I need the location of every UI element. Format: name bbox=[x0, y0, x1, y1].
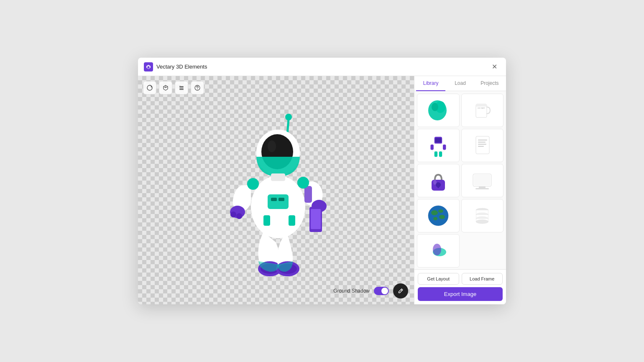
main-dialog: Vectary 3D Elements ✕ bbox=[138, 58, 506, 304]
export-image-button[interactable]: Export Image bbox=[418, 287, 503, 301]
get-layout-button[interactable]: Get Layout bbox=[418, 273, 459, 285]
svg-rect-4 bbox=[179, 86, 181, 87]
cube-tool-button[interactable] bbox=[159, 81, 172, 94]
svg-point-61 bbox=[439, 215, 445, 219]
svg-rect-55 bbox=[474, 175, 491, 186]
svg-point-60 bbox=[438, 209, 443, 213]
svg-rect-21 bbox=[304, 186, 312, 203]
library-item[interactable]: VECTARY bbox=[461, 94, 504, 127]
svg-rect-49 bbox=[478, 146, 484, 147]
library-item[interactable] bbox=[417, 129, 460, 162]
svg-rect-29 bbox=[271, 173, 285, 181]
svg-point-20 bbox=[236, 213, 242, 219]
library-item[interactable] bbox=[417, 234, 460, 268]
load-frame-button[interactable]: Load Frame bbox=[462, 273, 503, 285]
svg-rect-39 bbox=[435, 138, 442, 143]
svg-rect-56 bbox=[479, 186, 486, 188]
svg-rect-41 bbox=[431, 145, 434, 150]
layers-tool-button[interactable] bbox=[175, 81, 188, 94]
library-item[interactable] bbox=[461, 164, 504, 197]
svg-text:VECTARY: VECTARY bbox=[478, 107, 486, 109]
svg-rect-46 bbox=[478, 140, 487, 140]
svg-point-6 bbox=[197, 89, 198, 89]
dialog-body: Ground Shadow Library Load Projects bbox=[138, 76, 506, 304]
3d-viewport[interactable] bbox=[138, 76, 414, 304]
svg-rect-43 bbox=[434, 151, 437, 157]
svg-rect-13 bbox=[268, 194, 289, 209]
svg-point-30 bbox=[247, 178, 259, 190]
ground-shadow-toggle[interactable] bbox=[374, 287, 389, 295]
title-bar: Vectary 3D Elements ✕ bbox=[138, 58, 506, 76]
svg-rect-17 bbox=[289, 215, 295, 226]
library-item[interactable] bbox=[417, 94, 460, 127]
close-button[interactable]: ✕ bbox=[488, 61, 500, 73]
svg-rect-3 bbox=[179, 89, 184, 90]
svg-rect-42 bbox=[443, 145, 446, 150]
canvas-panel: Ground Shadow bbox=[138, 76, 414, 304]
svg-rect-16 bbox=[263, 215, 270, 226]
library-item[interactable] bbox=[461, 199, 504, 232]
svg-rect-52 bbox=[437, 185, 439, 188]
canvas-bottom-bar: Ground Shadow bbox=[138, 283, 414, 298]
svg-rect-24 bbox=[311, 209, 321, 229]
svg-rect-14 bbox=[271, 198, 277, 201]
svg-rect-15 bbox=[279, 198, 284, 201]
svg-point-70 bbox=[476, 220, 488, 224]
svg-point-8 bbox=[285, 114, 292, 120]
svg-rect-48 bbox=[478, 144, 486, 145]
svg-point-11 bbox=[268, 140, 276, 152]
library-item[interactable] bbox=[417, 164, 460, 197]
library-item[interactable] bbox=[417, 199, 460, 232]
svg-point-34 bbox=[432, 103, 438, 111]
svg-point-59 bbox=[431, 210, 438, 215]
svg-rect-2 bbox=[179, 88, 184, 89]
svg-point-62 bbox=[433, 217, 437, 220]
svg-rect-45 bbox=[476, 136, 489, 154]
app-title: Vectary 3D Elements bbox=[156, 64, 488, 70]
tab-library[interactable]: Library bbox=[416, 76, 445, 91]
library-grid: VECTARY bbox=[414, 91, 506, 269]
action-row: Get Layout Load Frame bbox=[418, 273, 503, 285]
svg-rect-40 bbox=[432, 144, 445, 151]
svg-point-19 bbox=[230, 212, 236, 217]
app-logo bbox=[144, 62, 153, 71]
edit-button[interactable] bbox=[393, 283, 408, 298]
svg-rect-57 bbox=[475, 188, 489, 189]
svg-point-31 bbox=[297, 177, 309, 189]
tab-load[interactable]: Load bbox=[445, 76, 475, 91]
tab-bar: Library Load Projects bbox=[414, 76, 506, 91]
panel-actions: Get Layout Load Frame Export Image bbox=[414, 269, 506, 304]
right-panel: Library Load Projects bbox=[414, 76, 506, 304]
tab-projects[interactable]: Projects bbox=[475, 76, 504, 91]
svg-rect-47 bbox=[478, 142, 486, 143]
library-item[interactable] bbox=[461, 129, 504, 162]
svg-point-72 bbox=[433, 244, 441, 255]
help-tool-button[interactable] bbox=[191, 81, 204, 94]
rotate-tool-button[interactable] bbox=[143, 81, 156, 94]
canvas-toolbar bbox=[143, 81, 204, 94]
svg-rect-36 bbox=[476, 104, 487, 107]
svg-point-53 bbox=[433, 180, 437, 185]
ground-shadow-label: Ground Shadow bbox=[333, 288, 370, 294]
svg-rect-44 bbox=[439, 151, 442, 157]
